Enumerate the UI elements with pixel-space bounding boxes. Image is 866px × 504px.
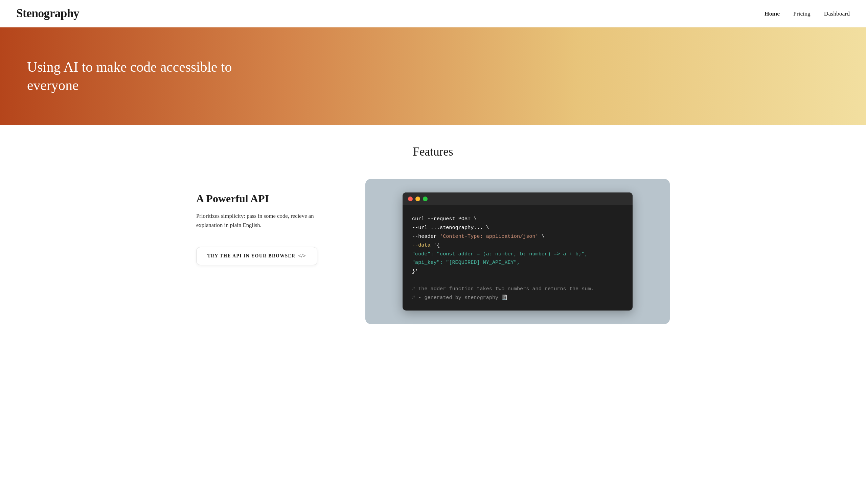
hero-section: Using AI to make code accessible to ever… xyxy=(0,27,866,125)
nav-link-pricing[interactable]: Pricing xyxy=(793,10,811,17)
try-api-label: TRY THE API IN YOUR BROWSER xyxy=(207,253,295,259)
nav-links: Home Pricing Dashboard xyxy=(765,10,850,17)
feature-api-title: A Powerful API xyxy=(196,192,338,205)
code-icon: </> xyxy=(298,253,306,259)
features-heading: Features xyxy=(16,145,850,159)
code-line-1: curl --request POST \ xyxy=(412,215,623,224)
navbar: Stenography Home Pricing Dashboard xyxy=(0,0,866,27)
code-line-7: }' xyxy=(412,267,623,276)
code-line-4: --data '{ xyxy=(412,241,623,250)
hero-title: Using AI to make code accessible to ever… xyxy=(27,58,264,94)
code-line-3: --header 'Content-Type: application/json… xyxy=(412,232,623,241)
feature-api-left: A Powerful API Prioritizes simplicity: p… xyxy=(196,179,338,265)
window-close-dot xyxy=(408,197,413,201)
window-minimize-dot xyxy=(415,197,420,201)
code-line-2: --url ...stenography... \ xyxy=(412,224,623,232)
code-line-10: # - generated by stenography 📓 xyxy=(412,294,623,302)
try-api-button[interactable]: TRY THE API IN YOUR BROWSER </> xyxy=(196,247,317,265)
code-line-9: # The adder function takes two numbers a… xyxy=(412,285,623,294)
features-section: Features A Powerful API Prioritizes simp… xyxy=(0,125,866,344)
code-window: curl --request POST \ --url ...stenograp… xyxy=(402,192,633,310)
window-maximize-dot xyxy=(423,197,428,201)
feature-api-description: Prioritizes simplicity: pass in some cod… xyxy=(196,212,338,230)
code-line-5: "code": "const adder = (a: number, b: nu… xyxy=(412,250,623,259)
feature-api-row: A Powerful API Prioritizes simplicity: p… xyxy=(196,179,670,324)
code-line-8 xyxy=(412,276,623,285)
site-logo[interactable]: Stenography xyxy=(16,7,79,20)
feature-api-code-panel: curl --request POST \ --url ...stenograp… xyxy=(365,179,670,324)
code-body: curl --request POST \ --url ...stenograp… xyxy=(402,205,633,310)
nav-link-home[interactable]: Home xyxy=(765,10,780,17)
code-titlebar xyxy=(402,192,633,205)
code-line-6: "api_key": "[REQUIRED] MY_API_KEY", xyxy=(412,258,623,267)
nav-link-dashboard[interactable]: Dashboard xyxy=(824,10,850,17)
